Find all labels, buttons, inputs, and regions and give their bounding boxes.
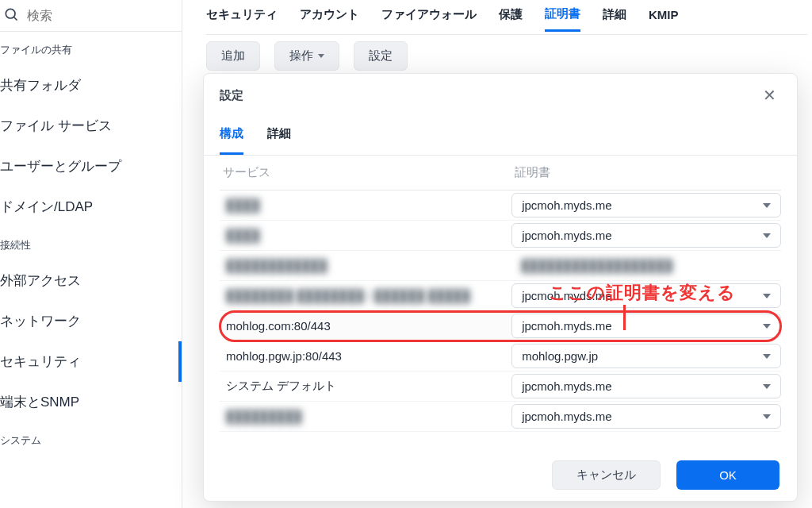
chevron-down-icon: [763, 324, 771, 329]
certificate-value: jpcmoh.myds.me: [522, 198, 611, 212]
service-cell: ████: [220, 195, 511, 215]
certificate-cell: jpcmoh.myds.me: [511, 282, 781, 310]
svg-line-1: [14, 17, 17, 20]
dialog-subtab[interactable]: 構成: [220, 126, 243, 155]
add-button[interactable]: 追加: [206, 41, 260, 71]
table-row: システム デフォルトjpcmoh.myds.me: [220, 371, 781, 402]
sidebar-item[interactable]: ファイル サービス: [0, 106, 182, 146]
chevron-down-icon: [763, 294, 771, 298]
search-icon: [3, 6, 19, 25]
service-cell: mohlog.com:80/443: [220, 316, 511, 336]
dialog-subtabs: 構成詳細: [204, 117, 797, 156]
search-input[interactable]: [25, 8, 187, 24]
certificate-cell: mohlog.pgw.jp: [511, 342, 781, 370]
sidebar-item[interactable]: セキュリティ: [0, 341, 182, 382]
chevron-down-icon: [763, 203, 771, 208]
certificate-select[interactable]: mohlog.pgw.jp: [511, 344, 781, 368]
top-tabs: セキュリティアカウントファイアウォール保護証明書詳細KMIP: [206, 3, 807, 35]
service-cell: システム デフォルト: [220, 375, 511, 397]
search-box[interactable]: [0, 0, 182, 32]
service-cell: mohlog.pgw.jp:80/443: [220, 346, 511, 366]
chevron-down-icon: [763, 233, 771, 238]
certificate-cell: jpcmoh.myds.me: [511, 191, 781, 219]
certificate-select[interactable]: jpcmoh.myds.me: [511, 314, 781, 338]
sidebar-group-header: システム: [0, 422, 182, 456]
certificate-value: jpcmoh.myds.me: [522, 229, 611, 242]
certificate-table: サービス 証明書 ████jpcmoh.myds.me████jpcmoh.my…: [204, 156, 797, 432]
certificate-select[interactable]: jpcmoh.myds.me: [511, 223, 781, 248]
table-row: mohlog.pgw.jp:80/443mohlog.pgw.jp: [220, 341, 781, 371]
certificate-value: jpcmoh.myds.me: [522, 379, 611, 393]
certificate-cell: jpcmoh.myds.me: [511, 402, 781, 430]
dialog-subtab[interactable]: 詳細: [267, 126, 291, 155]
sidebar-group-header: 接続性: [0, 227, 182, 260]
actions-button[interactable]: 操作: [274, 41, 339, 71]
certificate-select[interactable]: jpcmoh.myds.me: [511, 404, 781, 429]
top-tab[interactable]: アカウント: [300, 7, 359, 30]
table-row: ████████ ████████ / ██████ █████jpcmoh.m…: [220, 281, 781, 311]
sidebar-item[interactable]: 端末とSNMP: [0, 382, 182, 422]
top-tab[interactable]: 保護: [499, 7, 523, 30]
table-row: █████████jpcmoh.myds.me: [220, 402, 781, 432]
certificate-select[interactable]: jpcmoh.myds.me: [511, 374, 781, 398]
top-tab[interactable]: 証明書: [545, 6, 580, 32]
certificate-value: mohlog.pgw.jp: [522, 349, 598, 363]
certificate-cell: jpcmoh.myds.me: [511, 221, 781, 249]
sidebar-item[interactable]: 共有フォルダ: [0, 65, 182, 106]
service-cell: ████: [220, 225, 511, 245]
chevron-down-icon: [763, 414, 771, 419]
column-service: サービス: [220, 156, 511, 190]
table-row: ██████████████████████████████: [220, 251, 781, 281]
top-tab[interactable]: ファイアウォール: [381, 7, 477, 30]
sidebar-item[interactable]: ネットワーク: [0, 301, 182, 341]
toolbar: 追加 操作 設定: [206, 41, 408, 71]
chevron-down-icon: [318, 54, 324, 58]
service-cell: ████████ ████████ / ██████ █████: [220, 286, 511, 306]
sidebar-group-header: ファイルの共有: [0, 32, 182, 65]
certificate-value: ██████████████████: [521, 259, 672, 272]
sidebar: ファイルの共有共有フォルダファイル サービスユーザーとグループドメイン/LDAP…: [0, 0, 182, 508]
cancel-button[interactable]: キャンセル: [552, 460, 661, 490]
certificate-value: jpcmoh.myds.me: [522, 410, 611, 423]
table-row: ████jpcmoh.myds.me: [220, 190, 781, 221]
top-tab[interactable]: KMIP: [649, 8, 679, 29]
top-tab[interactable]: セキュリティ: [206, 7, 278, 30]
settings-button[interactable]: 設定: [354, 41, 408, 71]
dialog-title: 設定: [220, 88, 243, 103]
certificate-select[interactable]: jpcmoh.myds.me: [511, 193, 781, 217]
ok-button[interactable]: OK: [676, 460, 779, 490]
svg-point-0: [6, 9, 15, 18]
certificate-select[interactable]: jpcmoh.myds.me: [511, 283, 781, 308]
certificate-select: ██████████████████: [511, 254, 781, 277]
certificate-cell: jpcmoh.myds.me: [511, 372, 781, 400]
service-cell: █████████: [220, 406, 511, 426]
certificate-value: jpcmoh.myds.me: [522, 289, 611, 302]
column-certificate: 証明書: [511, 156, 781, 190]
close-button[interactable]: ✕: [758, 85, 781, 106]
top-tab[interactable]: 詳細: [603, 7, 626, 30]
sidebar-item[interactable]: ユーザーとグループ: [0, 146, 182, 187]
sidebar-item[interactable]: 外部アクセス: [0, 260, 182, 301]
table-row: mohlog.com:80/443jpcmoh.myds.me: [220, 311, 781, 341]
certificate-value: jpcmoh.myds.me: [522, 319, 611, 333]
service-cell: ████████████: [220, 256, 511, 275]
chevron-down-icon: [763, 384, 771, 389]
table-row: ████jpcmoh.myds.me: [220, 221, 781, 251]
chevron-down-icon: [763, 354, 771, 359]
table-header-row: サービス 証明書: [220, 156, 781, 190]
certificate-cell: jpcmoh.myds.me: [511, 312, 781, 340]
dialog-footer: キャンセル OK: [552, 460, 779, 490]
sidebar-item[interactable]: ドメイン/LDAP: [0, 187, 182, 227]
settings-dialog: 設定 ✕ 構成詳細 サービス 証明書 ████jpcmoh.myds.me███…: [203, 73, 798, 502]
certificate-cell: ██████████████████: [511, 252, 781, 279]
